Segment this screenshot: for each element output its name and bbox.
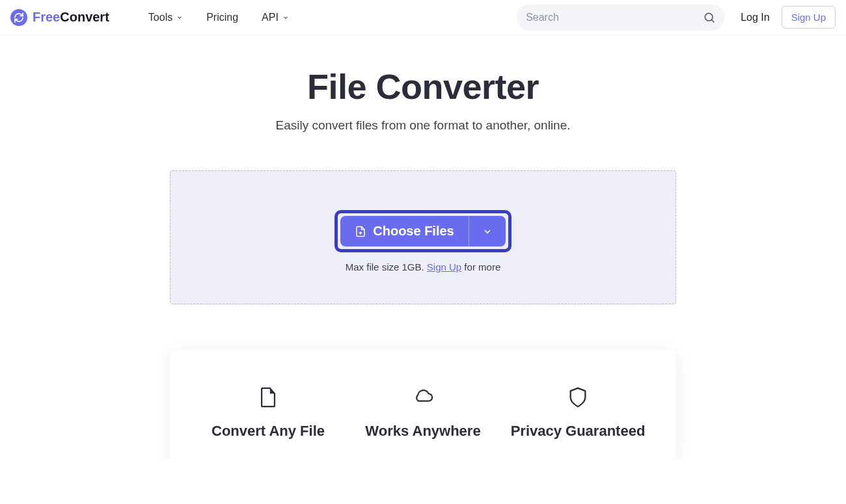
nav-api[interactable]: API	[262, 12, 289, 23]
search-box[interactable]	[517, 5, 725, 31]
main-nav: Tools Pricing API	[148, 12, 289, 23]
chevron-down-icon	[282, 14, 289, 21]
chevron-down-icon	[176, 14, 183, 21]
limit-prefix: Max file size 1GB.	[346, 261, 427, 272]
feature-works-anywhere: Works Anywhere	[346, 386, 500, 440]
feature-title: Convert Any File	[212, 423, 325, 440]
choose-files-label: Choose Files	[373, 224, 454, 239]
search-icon[interactable]	[703, 11, 716, 24]
nav-tools-label: Tools	[148, 12, 172, 23]
svg-line-1	[712, 20, 715, 22]
choose-files-highlight: Choose Files	[334, 210, 511, 252]
features-card: Convert Any File Works Anywhere Privacy …	[170, 350, 676, 459]
logo-icon	[10, 9, 27, 26]
feature-privacy: Privacy Guaranteed	[500, 386, 655, 440]
signup-button[interactable]: Sign Up	[782, 6, 836, 29]
file-plus-icon	[355, 225, 366, 238]
choose-files-dropdown[interactable]	[469, 216, 506, 246]
limit-signup-link[interactable]: Sign Up	[427, 261, 461, 272]
logo-text: FreeConvert	[33, 10, 109, 25]
page-title: File Converter	[0, 66, 846, 107]
nav-tools[interactable]: Tools	[148, 12, 183, 23]
nav-pricing[interactable]: Pricing	[206, 12, 238, 23]
hero: File Converter Easily convert files from…	[0, 35, 846, 152]
nav-pricing-label: Pricing	[206, 12, 238, 23]
header: FreeConvert Tools Pricing API Log In Sig…	[0, 0, 846, 35]
cloud-icon	[412, 386, 434, 408]
choose-files-button[interactable]: Choose Files	[340, 216, 505, 246]
shield-icon	[567, 386, 589, 408]
file-icon	[257, 386, 279, 408]
feature-title: Privacy Guaranteed	[511, 423, 646, 440]
page-subtitle: Easily convert files from one format to …	[0, 118, 846, 133]
dropzone[interactable]: Choose Files Max file size 1GB. Sign Up …	[170, 170, 676, 304]
feature-title: Works Anywhere	[365, 423, 480, 440]
auth-links: Log In Sign Up	[741, 6, 836, 29]
file-limit-text: Max file size 1GB. Sign Up for more	[171, 261, 675, 272]
choose-files-main[interactable]: Choose Files	[340, 216, 468, 246]
login-link[interactable]: Log In	[741, 12, 769, 23]
limit-suffix: for more	[461, 261, 500, 272]
nav-api-label: API	[262, 12, 279, 23]
chevron-down-icon	[482, 226, 493, 237]
logo[interactable]: FreeConvert	[10, 9, 109, 26]
feature-convert-any-file: Convert Any File	[191, 386, 346, 440]
search-input[interactable]	[526, 12, 703, 23]
svg-point-0	[705, 13, 713, 21]
